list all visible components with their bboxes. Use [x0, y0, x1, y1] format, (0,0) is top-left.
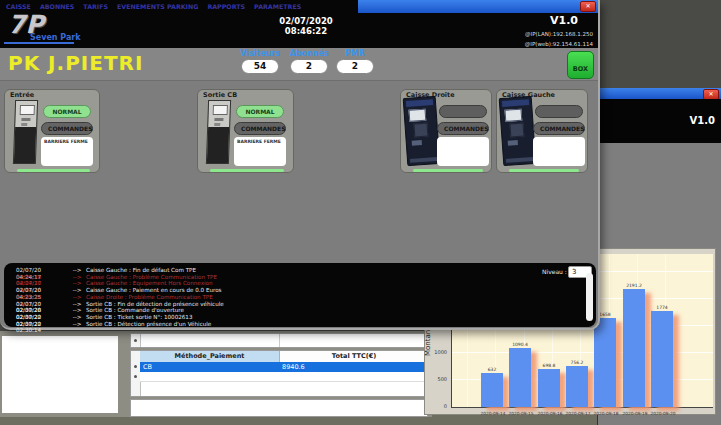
header-bar: 7P Seven Park 02/07/2020 08:46:22 V1.0 @…	[0, 13, 598, 48]
secondary-titlebar[interactable]: ✕	[598, 88, 721, 99]
counter-value: 54	[241, 59, 279, 74]
bar-value-label: 2191.2	[626, 283, 642, 288]
report-window: Méthode_Paiement Total TTC(€) CB 8940.6	[0, 331, 432, 417]
panel-title: Sortie CB	[203, 91, 237, 99]
status-box: BARRIERE FERME	[234, 137, 286, 166]
x-tick: 2020-09-17	[564, 411, 592, 416]
menu-rapports[interactable]: RAPPORTS	[207, 3, 245, 10]
counter-pmr: PMR 2	[334, 49, 376, 74]
counter-value: 2	[336, 59, 374, 74]
bar: 632	[481, 373, 503, 407]
counter-abonnes: Abonnés 2	[288, 49, 330, 74]
x-tick: 2020-09-16	[536, 411, 564, 416]
commandes-button[interactable]: COMMANDES	[533, 122, 585, 135]
main-window: CAISSE ABONNES TARIFS EVENEMENTS PARKING…	[0, 0, 600, 330]
logo-text: Seven Park	[30, 33, 81, 42]
terminal-button	[214, 118, 223, 121]
bar: 698.8	[538, 369, 560, 407]
normal-button[interactable]: NORMAL	[236, 105, 284, 118]
payment-table: Méthode_Paiement Total TTC(€) CB 8940.6	[130, 350, 428, 397]
panel-title: Entrée	[10, 91, 34, 99]
event-log: 02/07/20 04:24:17-->Caisse Gauche : Fin …	[4, 263, 596, 327]
kiosk-screen	[504, 109, 522, 122]
menu-bar: CAISSE ABONNES TARIFS EVENEMENTS PARKING…	[0, 0, 358, 13]
y-tick-0: 0	[427, 403, 447, 409]
date-label: 02/07/2020	[250, 16, 362, 26]
report-blank-panel	[2, 336, 118, 413]
log-entry: 02/07/20 02:30:14-->Sortie CB : Détectio…	[4, 321, 596, 328]
cell-method: CB	[140, 362, 279, 372]
niveau-label: Niveau :	[542, 268, 567, 275]
panel-entree: Entrée NORMAL COMMANDES BARRIERE FERME	[4, 89, 100, 173]
terminal-button	[214, 123, 220, 126]
x-tick: 2020-09-14	[479, 411, 507, 416]
log-entry: 02/07/20 04:24:16-->Caisse Gauche : Equi…	[4, 280, 596, 287]
exit-terminal-image	[206, 100, 231, 164]
secondary-header: V1.0	[598, 99, 721, 143]
commandes-button[interactable]: COMMANDES	[234, 122, 286, 135]
normal-button[interactable]: NORMAL	[43, 105, 91, 118]
terminal-screen	[213, 105, 228, 115]
commandes-button[interactable]: COMMANDES	[437, 122, 489, 135]
normal-button[interactable]	[535, 105, 583, 118]
page-title: PK J.PIETRI	[8, 51, 143, 75]
x-tick: 2020-09-19	[621, 411, 649, 416]
menu-tarifs[interactable]: TARIFS	[83, 3, 108, 10]
kiosk-banner	[502, 99, 529, 107]
bar: 1774	[651, 311, 673, 407]
payment-kiosk-image	[403, 96, 441, 166]
table-header-row: Méthode_Paiement Total TTC(€)	[140, 351, 429, 362]
menu-evenements-parking[interactable]: EVENEMENTS PARKING	[117, 3, 198, 10]
commandes-button[interactable]: COMMANDES	[41, 122, 93, 135]
kiosk-keypad	[509, 123, 524, 138]
terminal-screen	[20, 105, 35, 115]
normal-button[interactable]	[439, 105, 487, 118]
ip-web-label: @IP(web):92.154.61.114	[525, 41, 593, 47]
y-tick-1000: 1000	[427, 349, 447, 355]
menu-caisse[interactable]: CAISSE	[6, 3, 31, 10]
counter-value: 2	[290, 59, 328, 74]
kiosk-slot	[412, 140, 422, 146]
menu-abonnes[interactable]: ABONNES	[40, 3, 74, 10]
bar-value-label: 756.2	[571, 360, 584, 365]
bar: 1658	[594, 318, 616, 408]
panel-sortie-cb: Sortie CB NORMAL COMMANDES BARRIERE FERM…	[197, 89, 294, 173]
bar: 2191.2	[623, 289, 645, 407]
close-icon[interactable]: ✕	[580, 1, 596, 12]
kiosk-base	[506, 157, 533, 163]
column-header-total-ttc[interactable]: Total TTC(€)	[280, 351, 429, 362]
table-row-empty[interactable]	[140, 372, 427, 382]
panel-caisse-gauche: Caisse Gauche COMMANDES	[496, 89, 588, 173]
version-label: V1.0	[550, 14, 578, 27]
menu-parametres[interactable]: PARAMETRES	[254, 3, 301, 10]
log-scrollbar[interactable]	[586, 273, 593, 321]
counter-label: Visiteurs	[236, 49, 284, 58]
table-row-selected[interactable]: CB 8940.6	[140, 362, 427, 372]
status-progress-bar	[509, 169, 579, 172]
x-tick: 2020-09-15	[507, 411, 535, 416]
y-tick-500: 500	[427, 376, 447, 382]
box-button[interactable]: BOX	[567, 51, 594, 79]
row-selector-dot	[134, 339, 137, 342]
payment-kiosk-image	[499, 96, 537, 166]
logo-underline	[4, 42, 74, 44]
log-entry: 02/07/20 04:24:17-->Caisse Gauche : Fin …	[4, 267, 596, 274]
bar-value-label: 698.8	[543, 363, 556, 368]
status-box	[533, 137, 585, 166]
status-box: BARRIERE FERME	[41, 137, 93, 166]
log-entry: 02/07/20 04:23:17-->Caisse Droite : Prob…	[4, 294, 596, 301]
column-header-methode-paiement[interactable]: Méthode_Paiement	[140, 351, 280, 362]
bar-value-label: 632	[488, 367, 497, 372]
bar-value-label: 1774	[656, 305, 667, 310]
entry-terminal-image	[13, 100, 38, 164]
bar: 756.2	[566, 366, 588, 407]
bar: 1090.4	[509, 348, 531, 407]
x-tick: 2020-09-18	[592, 411, 620, 416]
status-progress-bar	[17, 169, 90, 172]
report-footer-strip	[130, 399, 428, 417]
niveau-value: 3	[572, 268, 576, 276]
time-label: 08:46:22	[250, 26, 362, 36]
log-entry: 02/07/20 04:24:17-->Caisse Gauche : Prob…	[4, 274, 596, 281]
info-bar: PK J.PIETRI Visiteurs 54 Abonnés 2 PMR 2…	[0, 48, 598, 81]
main-titlebar[interactable]: ✕	[358, 0, 598, 13]
